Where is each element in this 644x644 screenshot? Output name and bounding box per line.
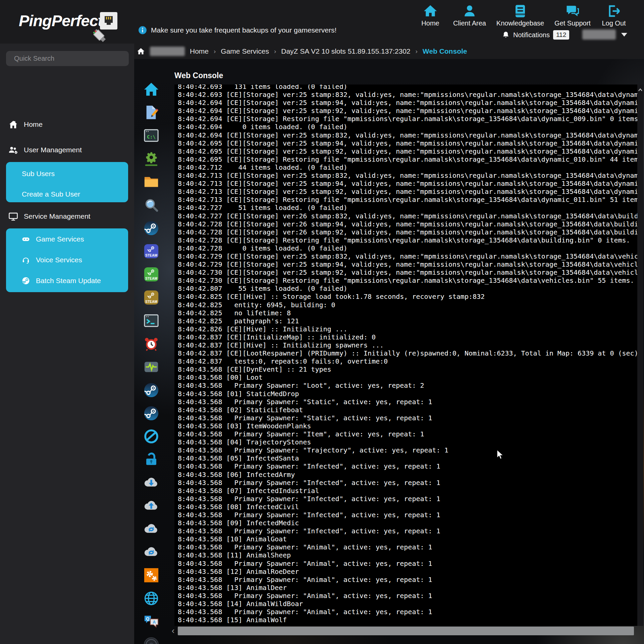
console-line: 8:40:43.568 [06] InfectedArmy: [178, 471, 637, 479]
nav-label: Client Area: [444, 19, 495, 27]
console-line: 8:40:42.730 [CE][Storage] ver:25 stamp:9…: [178, 268, 637, 276]
svg-text:STEAM: STEAM: [145, 300, 157, 304]
console-line: 8:40:42.825 pathgraph's: 121: [178, 317, 637, 325]
console-line: 8:40:43.568 Primary Spawner: "Infected",…: [178, 462, 637, 470]
sidebar-item-home[interactable]: Home: [0, 118, 134, 131]
sidebar-item-voice-services[interactable]: Voice Services: [22, 256, 82, 264]
home-icon: [423, 4, 437, 18]
console-line: 8:40:43.568 [10] AnimalGoat: [178, 535, 637, 543]
console-line: 8:40:42.728 [CE][Storage] Restoring file…: [178, 236, 637, 244]
terminal-icon[interactable]: [144, 313, 159, 328]
console-line: 8:40:43.568 [05] InfectedSanta: [178, 454, 637, 462]
steam-badge-blue-icon[interactable]: STEAM: [144, 244, 159, 259]
console-line: 8:40:43.568 Primary Spawner: "Animal", a…: [178, 592, 637, 600]
console-line: 8:40:42.713 [CE][Storage] ver:25 stamp:8…: [178, 171, 637, 179]
activity-monitor-icon[interactable]: [144, 359, 159, 375]
steam-icon[interactable]: [144, 220, 159, 236]
breadcrumb-separator: ›: [274, 48, 276, 55]
account-menu[interactable]: [582, 30, 627, 40]
sidebar-item-create-sub-user[interactable]: Create a Sub User: [22, 190, 80, 198]
steam-icon[interactable]: [144, 382, 159, 398]
service-management-submenu: Game Services Voice Services Batch Steam…: [6, 228, 128, 292]
console-line: 8:40:42.837 [CE][Hive] :: Initializing s…: [178, 341, 637, 349]
cloud-sync-icon[interactable]: [144, 521, 159, 537]
console-line: 8:40:42.713 [CE][Storage] ver:25 stamp:9…: [178, 187, 637, 196]
users-gear-icon: [8, 145, 18, 155]
ban-icon[interactable]: [144, 429, 159, 444]
folder-icon[interactable]: [144, 174, 159, 190]
nav-label: Knowledgebase: [495, 19, 545, 27]
console-line: 8:40:42.694 [CE][Storage] ver:25 stamp:9…: [178, 99, 637, 107]
console-line: 8:40:43.568 [15] AnimalWolf: [178, 616, 637, 624]
nav-log-out[interactable]: Log Out: [589, 4, 639, 27]
console-line: 8:40:43.568 [09] InfectedMedic: [178, 519, 637, 527]
gears-icon[interactable]: [144, 568, 159, 583]
alert-text: Make sure you take frequent backups of y…: [151, 26, 336, 34]
cloud-upload-icon[interactable]: [144, 498, 159, 514]
console-output[interactable]: 8:40:42.693 131 items loaded. (0 failed)…: [174, 85, 637, 624]
breadcrumb-server[interactable]: DayZ SA V2 10 slots 51.89.155.137:2302: [281, 47, 410, 55]
sidebar-label: Create a Sub User: [22, 190, 80, 198]
sidebar-label: Sub Users: [22, 170, 55, 178]
console-line: 8:40:43.568 Primary Spawner: "Static", a…: [178, 398, 637, 406]
console-line: 8:40:42.695 [CE][Storage] ver:25 stamp:9…: [178, 139, 637, 147]
console-line: 8:40:42.713 [CE][Storage] ver:25 stamp:9…: [178, 179, 637, 187]
console-line: 8:40:43.568 Primary Spawner: "Static", a…: [178, 414, 637, 422]
alarm-clock-icon[interactable]: [144, 336, 159, 352]
console-line: 8:40:43.568 Primary Spawner: "Infected",…: [178, 495, 637, 503]
sidebar-label: Service Management: [24, 212, 90, 220]
sidebar-item-game-services[interactable]: Game Services: [22, 235, 84, 243]
scroll-left-icon[interactable]: ‹: [170, 626, 176, 635]
mouse-cursor: [496, 449, 504, 460]
edit-file-icon[interactable]: [144, 105, 159, 120]
search-icon[interactable]: [144, 197, 159, 213]
console-line: 8:40:42.712 44 items loaded. (0 failed): [178, 163, 637, 171]
home-icon[interactable]: [137, 47, 145, 55]
unlock-icon[interactable]: [144, 452, 159, 467]
vertical-scrollbar[interactable]: [637, 85, 643, 626]
sidebar-item-user-management[interactable]: User Management: [0, 143, 134, 157]
breadcrumb-separator: ›: [416, 48, 418, 55]
console-line: 8:40:42.825 [CE][Hive] :: Storage load t…: [178, 292, 637, 301]
console-line: 8:40:42.728 [CE][Storage] ver:26 stamp:9…: [178, 228, 637, 236]
notifications-button[interactable]: Notifications 112: [502, 29, 569, 41]
console-line: 8:40:42.695 [CE][Storage] Restoring file…: [178, 155, 637, 163]
nav-client-area[interactable]: Client Area: [444, 4, 495, 27]
console-line: 8:40:42.825 entity: 6945, building: 0: [178, 301, 637, 309]
user-management-submenu: Sub Users Create a Sub User: [6, 162, 128, 202]
console-line: 8:40:42.807 55 items loaded. (0 failed): [178, 284, 637, 292]
sidebar-item-service-management[interactable]: Service Management: [0, 210, 134, 223]
sidebar-item-batch-steam-update[interactable]: Batch Steam Update: [22, 277, 101, 285]
steam-badge-green-icon[interactable]: STEAM: [144, 267, 159, 282]
console-line: 8:40:42.727 51 items loaded. (0 failed): [178, 204, 637, 212]
settings-gear-icon[interactable]: [144, 151, 159, 166]
nav-knowledgebase[interactable]: Knowledgebase: [495, 4, 545, 27]
game-logo-icon[interactable]: [144, 637, 159, 644]
console-line: 8:40:43.568 [04] TrajectoryStones: [178, 438, 637, 446]
cloud-sync-icon[interactable]: [144, 544, 159, 560]
translate-icon[interactable]: QA: [144, 614, 159, 629]
console-line: 8:40:42.729 [CE][Storage] ver:25 stamp:9…: [178, 260, 637, 268]
pingperfect-control-panel: PingPerfect Make sure you take frequent …: [0, 0, 644, 644]
globe-icon[interactable]: [144, 591, 159, 606]
breadcrumb-game-services[interactable]: Game Services: [221, 47, 269, 55]
sidebar: Home User Management Sub Users Create a …: [0, 44, 134, 644]
home-icon[interactable]: [144, 82, 159, 97]
command-prompt-icon[interactable]: C:\: [144, 128, 159, 143]
scroll-up-icon[interactable]: [638, 88, 643, 92]
sidebar-item-sub-users[interactable]: Sub Users: [22, 170, 55, 178]
console-line: 8:40:43.568 [07] InfectedIndustrial: [178, 487, 637, 495]
console-line: 8:40:42.837 [CE][InitializeMap] :: initi…: [178, 333, 637, 341]
steam-badge-gold-icon[interactable]: STEAM: [144, 290, 159, 305]
home-icon: [8, 120, 18, 129]
steam-icon[interactable]: [144, 406, 159, 421]
console-line: 8:40:42.713 [CE][Storage] Restoring file…: [178, 196, 637, 204]
console-line: 8:40:42.727 [CE][Storage] ver:26 stamp:8…: [178, 212, 637, 220]
search-input[interactable]: [6, 51, 129, 66]
svg-text:Q: Q: [146, 616, 149, 621]
breadcrumb-home[interactable]: Home: [190, 47, 209, 55]
horizontal-scrollbar[interactable]: [178, 627, 634, 635]
console-line: 8:40:42.693 131 items loaded. (0 failed): [178, 85, 637, 91]
notifications-count-badge: 112: [553, 30, 569, 40]
cloud-download-icon[interactable]: [144, 475, 159, 490]
